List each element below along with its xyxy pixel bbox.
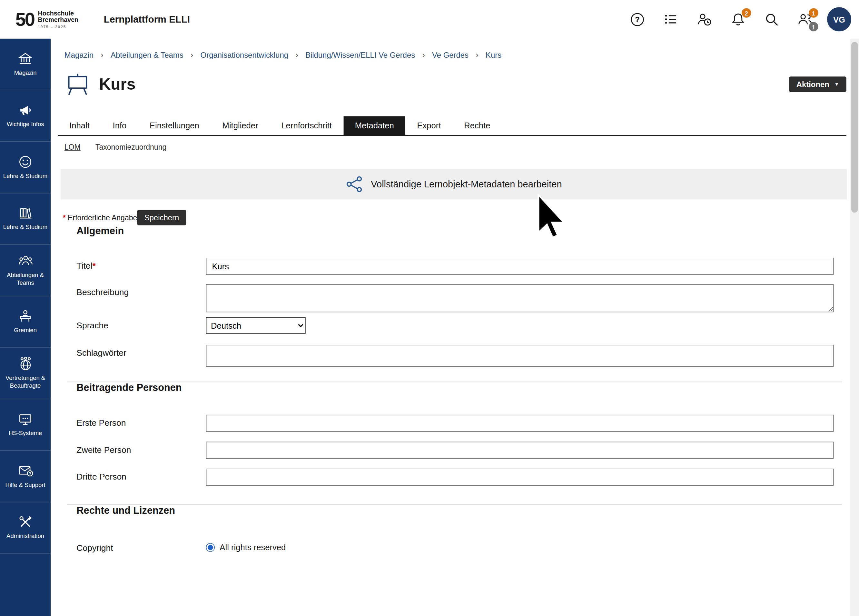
bank-icon bbox=[18, 52, 32, 66]
save-button[interactable]: Speichern bbox=[137, 210, 186, 225]
copyright-radio-row: All rights reserved bbox=[206, 540, 834, 552]
sidebar-label: Wichtige Infos bbox=[5, 120, 46, 128]
sidebar-item-magazin[interactable]: Magazin bbox=[0, 39, 51, 90]
help-button[interactable]: ? bbox=[626, 8, 649, 31]
form-row-schlagwoerter: Schlagwörter bbox=[77, 345, 846, 367]
subtab-taxonomiezuordnung[interactable]: Taxonomiezuordnung bbox=[95, 143, 166, 152]
tab-lernfortschritt[interactable]: Lernfortschritt bbox=[270, 116, 344, 135]
form-meta-row: * Erforderliche Angabe Speichern bbox=[63, 210, 847, 225]
tab-mitglieder[interactable]: Mitglieder bbox=[211, 116, 270, 135]
mail-help-icon: ? bbox=[18, 463, 33, 478]
sidebar-label: HS-Systeme bbox=[7, 430, 44, 437]
required-note: * Erforderliche Angabe bbox=[63, 214, 137, 222]
form-row-beschreibung: Beschreibung bbox=[77, 284, 846, 314]
contacts-button[interactable]: 1 1 bbox=[793, 8, 817, 31]
breadcrumb-item-kurs[interactable]: Kurs bbox=[486, 50, 501, 59]
beschreibung-textarea[interactable] bbox=[206, 284, 834, 312]
breadcrumb-item-magazin[interactable]: Magazin bbox=[64, 50, 94, 59]
chevron-right-icon: › bbox=[191, 50, 194, 59]
form-row-titel: Titel* bbox=[77, 258, 846, 275]
vertical-scrollbar[interactable] bbox=[850, 39, 859, 616]
sidebar-label: Magazin bbox=[12, 69, 38, 77]
sidebar-label: Abteilungen & Teams bbox=[0, 272, 51, 286]
sprache-select[interactable]: Deutsch bbox=[206, 317, 306, 334]
committee-icon bbox=[18, 309, 32, 323]
tools-icon bbox=[18, 515, 32, 529]
schlagwoerter-input[interactable] bbox=[206, 345, 834, 367]
page: 50 Hochschule Bremerhaven 1975 – 2025 Le… bbox=[0, 0, 859, 616]
user-avatar[interactable]: VG bbox=[827, 7, 851, 31]
user-activity-button[interactable] bbox=[693, 8, 716, 31]
user-clock-icon bbox=[697, 12, 712, 27]
sidebar-item-abteilungen-teams[interactable]: Abteilungen & Teams bbox=[0, 244, 51, 296]
required-asterisk: * bbox=[92, 261, 95, 270]
sidebar-label: Administration bbox=[5, 533, 46, 540]
sidebar-item-lehre-studium[interactable]: Lehre & Studium bbox=[0, 193, 51, 245]
tab-metadaten[interactable]: Metadaten bbox=[344, 116, 406, 135]
todo-list-icon bbox=[664, 12, 678, 27]
breadcrumb-item-organisationsentwicklung[interactable]: Organisationsentwicklung bbox=[201, 50, 288, 59]
scrollbar-thumb[interactable] bbox=[851, 42, 858, 213]
sidebar-label: Lehre & Studium bbox=[2, 224, 49, 231]
section-heading-allgemein: Allgemein bbox=[77, 225, 846, 237]
tab-einstellungen[interactable]: Einstellungen bbox=[138, 116, 211, 135]
edit-full-metadata-label: Vollständige Lernobjekt-Metadaten bearbe… bbox=[371, 179, 562, 190]
sidebar-item-vertretungen[interactable]: Vertretungen & Beauftragte bbox=[0, 348, 51, 399]
titel-input[interactable] bbox=[206, 258, 834, 275]
tab-export[interactable]: Export bbox=[406, 116, 453, 135]
erste-person-input[interactable] bbox=[206, 415, 834, 432]
edit-full-metadata-banner[interactable]: Vollständige Lernobjekt-Metadaten bearbe… bbox=[61, 169, 847, 199]
required-note-text: Erforderliche Angabe bbox=[68, 214, 137, 222]
sidebar-item-wichtige-infos[interactable]: Wichtige Infos bbox=[0, 90, 51, 142]
copyright-label: Copyright bbox=[77, 540, 206, 553]
dritte-person-label: Dritte Person bbox=[77, 469, 206, 486]
search-button[interactable] bbox=[760, 8, 783, 31]
section-heading-beitragende: Beitragende Personen bbox=[77, 382, 846, 394]
megaphone-icon bbox=[18, 103, 32, 117]
breadcrumb-item-ve-gerdes[interactable]: Ve Gerdes bbox=[432, 50, 469, 59]
globe-people-icon bbox=[18, 356, 33, 371]
beschreibung-label: Beschreibung bbox=[77, 284, 206, 314]
dritte-person-input[interactable] bbox=[206, 469, 834, 486]
chevron-right-icon: › bbox=[476, 50, 478, 59]
app-title: Lernplattform ELLI bbox=[104, 14, 190, 25]
notifications-button[interactable]: 2 bbox=[726, 8, 750, 31]
main-content: Magazin › Abteilungen & Teams › Organisa… bbox=[51, 39, 859, 616]
sidebar-item-hilfe-support[interactable]: ? Hilfe & Support bbox=[0, 450, 51, 502]
tab-info[interactable]: Info bbox=[101, 116, 138, 135]
university-logo[interactable]: 50 Hochschule Bremerhaven 1975 – 2025 bbox=[16, 10, 78, 29]
share-nodes-icon bbox=[346, 176, 363, 193]
zweite-person-input[interactable] bbox=[206, 442, 834, 459]
logo-name-line1: Hochschule bbox=[38, 10, 79, 17]
subtab-lom[interactable]: LOM bbox=[64, 143, 81, 152]
breadcrumb-item-bildung-wissen[interactable]: Bildung/Wissen/ELLI Ve Gerdes bbox=[305, 50, 415, 59]
header-icon-cluster: ? bbox=[626, 0, 851, 39]
logo-50: 50 bbox=[16, 10, 34, 29]
chevron-right-icon: › bbox=[295, 50, 298, 59]
tab-inhalt[interactable]: Inhalt bbox=[58, 116, 101, 135]
sidebar-label: Hilfe & Support bbox=[3, 482, 47, 489]
sidebar-item-gremien[interactable]: Gremien bbox=[0, 296, 51, 348]
sprache-label: Sprache bbox=[77, 317, 206, 334]
tab-rechte[interactable]: Rechte bbox=[452, 116, 502, 135]
sidebar-item-hs-systeme[interactable]: HS-Systeme bbox=[0, 399, 51, 450]
schlagwoerter-label: Schlagwörter bbox=[77, 345, 206, 367]
section-allgemein: Allgemein Titel* Beschreibung Sprache bbox=[51, 225, 859, 367]
sidebar-label: Vertretungen & Beauftragte bbox=[0, 375, 51, 389]
save-button-label: Speichern bbox=[144, 213, 179, 222]
actions-button[interactable]: Aktionen ▼ bbox=[789, 77, 846, 92]
section-rechte-lizenzen: Rechte und Lizenzen Copyright All rights… bbox=[51, 505, 859, 553]
svg-text:?: ? bbox=[28, 471, 31, 476]
breadcrumb: Magazin › Abteilungen & Teams › Organisa… bbox=[51, 39, 859, 59]
todo-list-button[interactable] bbox=[659, 8, 682, 31]
help-icon: ? bbox=[630, 12, 645, 27]
chevron-right-icon: › bbox=[101, 50, 103, 59]
actions-button-label: Aktionen bbox=[797, 80, 829, 89]
breadcrumb-item-abteilungen[interactable]: Abteilungen & Teams bbox=[111, 50, 183, 59]
sidebar-item-mein-bereich[interactable]: Lehre & Studium bbox=[0, 142, 51, 193]
form-row-copyright: Copyright All rights reserved bbox=[77, 540, 846, 553]
logo-name-line2: Bremerhaven bbox=[38, 17, 79, 23]
copyright-radio-all-rights[interactable] bbox=[206, 543, 215, 552]
subtab-bar: LOM Taxonomiezuordnung bbox=[64, 143, 859, 152]
sidebar-item-administration[interactable]: Administration bbox=[0, 502, 51, 554]
